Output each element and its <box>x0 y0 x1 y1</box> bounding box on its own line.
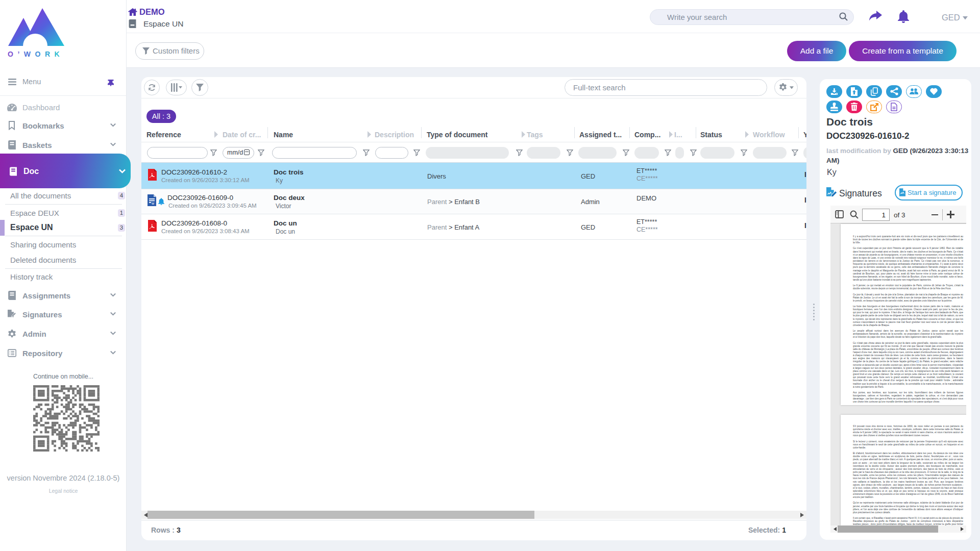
svg-text:w: w <box>151 202 155 205</box>
